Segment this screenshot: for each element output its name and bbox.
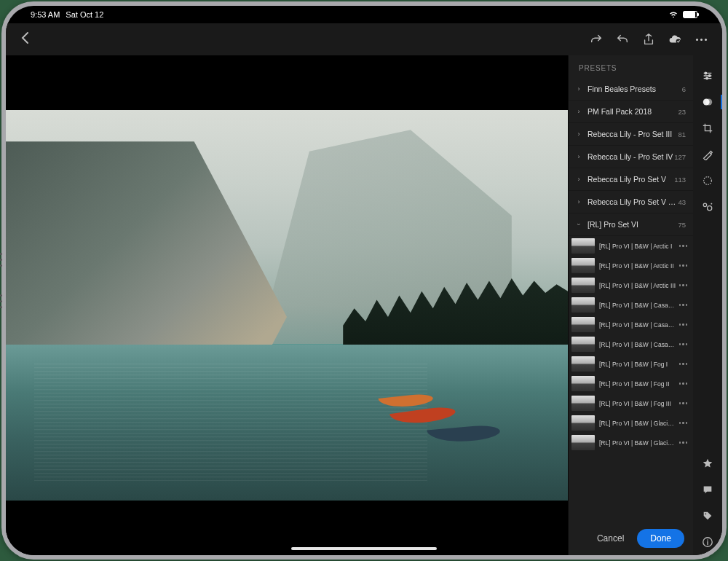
svg-point-8 — [708, 206, 712, 211]
group-count: 23 — [678, 108, 686, 116]
preset-item[interactable]: [RL] Pro VI | B&W | Casabl… — [569, 334, 693, 354]
group-count: 43 — [678, 198, 686, 206]
group-name: Rebecca Lily Pro Set V — [583, 175, 674, 184]
preset-name: [RL] Pro VI | B&W | Arctic III — [595, 282, 679, 289]
preset-more-icon[interactable] — [679, 245, 689, 247]
status-time: 9:53 AM — [31, 10, 60, 19]
preset-more-icon[interactable] — [679, 402, 689, 404]
panel-title: PRESETS — [569, 55, 693, 78]
back-button[interactable] — [20, 31, 29, 47]
preset-group-rl-pro-set-3[interactable]: › Rebecca Lily - Pro Set III 81 — [569, 123, 693, 146]
home-indicator[interactable] — [291, 547, 437, 550]
edit-sliders-tool[interactable] — [693, 63, 722, 89]
preset-group-rl-pro-set-5[interactable]: › Rebecca Lily Pro Set V 113 — [569, 168, 693, 191]
group-name: [RL] Pro Set VI — [583, 220, 678, 229]
preset-item[interactable]: [RL] Pro VI | B&W | Fog III — [569, 393, 693, 413]
preset-thumbnail — [571, 376, 595, 391]
group-count: 81 — [678, 130, 686, 138]
preset-item[interactable]: [RL] Pro VI | B&W | Fog II — [569, 374, 693, 393]
svg-point-6 — [704, 177, 712, 185]
svg-point-2 — [708, 75, 711, 77]
comments-tool[interactable] — [693, 476, 722, 503]
preset-group-rl-pro-set-4[interactable]: › Rebecca Lily - Pro Set IV 127 — [569, 146, 693, 168]
edited-photo — [6, 110, 568, 500]
done-button[interactable]: Done — [637, 529, 684, 548]
preset-item[interactable]: [RL] Pro VI | B&W | Arctic III — [569, 275, 693, 295]
keywords-tool[interactable] — [693, 503, 722, 529]
ipad-device-frame: 9:53 AM Sat Oct 12 — [1, 1, 727, 560]
preset-name: [RL] Pro VI | B&W | Casabl… — [595, 341, 679, 348]
preset-more-icon[interactable] — [679, 343, 689, 345]
preset-item[interactable]: [RL] Pro VI | B&W | Fog I — [569, 354, 693, 374]
masking-tool[interactable] — [693, 168, 722, 194]
screen: 9:53 AM Sat Oct 12 — [6, 6, 722, 555]
svg-point-5 — [705, 99, 712, 106]
chevron-right-icon: › — [574, 108, 583, 115]
preset-more-icon[interactable] — [679, 442, 689, 444]
healing-brush-tool[interactable] — [693, 141, 722, 168]
preset-more-icon[interactable] — [679, 264, 689, 267]
crop-tool[interactable] — [693, 115, 722, 141]
svg-point-1 — [705, 72, 707, 74]
cloud-sync-icon[interactable] — [668, 33, 681, 46]
preset-item[interactable]: [RL] Pro VI | B&W | Glacier II — [569, 433, 693, 452]
preset-item[interactable]: [RL] Pro VI | B&W | Casabl… — [569, 295, 693, 315]
chevron-right-icon: › — [574, 153, 583, 160]
preset-group-pm-fall-pack[interactable]: › PM Fall Pack 2018 23 — [569, 101, 693, 123]
info-tool[interactable] — [693, 529, 722, 555]
selective-edit-tool[interactable] — [693, 194, 722, 220]
preset-thumbnail — [571, 297, 595, 313]
preset-more-icon[interactable] — [679, 363, 689, 365]
preset-more-icon[interactable] — [679, 304, 689, 306]
group-name: Rebecca Lily - Pro Set IV — [583, 152, 674, 161]
main-area: PRESETS › Finn Beales Presets 6 › PM Fal… — [6, 55, 722, 555]
preset-thumbnail — [571, 238, 595, 254]
preset-name: [RL] Pro VI | B&W | Casabl… — [595, 302, 679, 309]
chevron-down-icon: › — [575, 220, 582, 229]
preset-name: [RL] Pro VI | B&W | Fog III — [595, 400, 679, 407]
preset-thumbnail — [571, 435, 595, 450]
preset-more-icon[interactable] — [679, 422, 689, 424]
panel-footer: Cancel Done — [569, 522, 693, 555]
preset-name: [RL] Pro VI | B&W | Arctic I — [595, 243, 679, 250]
presets-tool[interactable] — [693, 89, 722, 115]
preset-item[interactable]: [RL] Pro VI | B&W | Casabl… — [569, 315, 693, 334]
preset-more-icon[interactable] — [679, 284, 689, 286]
battery-icon — [683, 11, 697, 18]
chevron-right-icon: › — [574, 130, 583, 138]
preset-item[interactable]: [RL] Pro VI | B&W | Arctic I — [569, 236, 693, 256]
more-button[interactable] — [695, 33, 708, 46]
preset-thumbnail — [571, 258, 595, 273]
preset-group-finn-beales[interactable]: › Finn Beales Presets 6 — [569, 78, 693, 101]
preset-name: [RL] Pro VI | B&W | Glacier I — [595, 420, 679, 427]
wifi-icon — [668, 10, 678, 19]
cancel-button[interactable]: Cancel — [591, 529, 630, 548]
undo-button[interactable] — [616, 33, 629, 46]
lightroom-app: PRESETS › Finn Beales Presets 6 › PM Fal… — [6, 23, 722, 555]
rate-star-tool[interactable] — [693, 450, 722, 476]
chevron-right-icon: › — [574, 176, 583, 183]
preset-item[interactable]: [RL] Pro VI | B&W | Arctic II — [569, 256, 693, 275]
preset-group-rl-pro-set-6[interactable]: › [RL] Pro Set VI 75 — [569, 213, 693, 236]
preset-group-rl-pro-set-5-tools[interactable]: › Rebecca Lily Pro Set V Tools 43 — [569, 191, 693, 213]
share-button[interactable] — [642, 33, 655, 46]
group-count: 6 — [682, 85, 686, 93]
svg-point-3 — [706, 77, 708, 79]
preset-thumbnail — [571, 396, 595, 411]
preset-more-icon[interactable] — [679, 382, 689, 385]
photo-viewport[interactable] — [6, 55, 568, 555]
presets-panel: PRESETS › Finn Beales Presets 6 › PM Fal… — [568, 55, 693, 555]
preset-list[interactable]: [RL] Pro VI | B&W | Arctic I [RL] Pro VI… — [569, 236, 693, 522]
preset-thumbnail — [571, 337, 595, 352]
right-tool-rail — [693, 55, 722, 555]
top-bar — [6, 23, 722, 55]
group-name: PM Fall Pack 2018 — [583, 107, 678, 116]
preset-item[interactable]: [RL] Pro VI | B&W | Glacier I — [569, 413, 693, 433]
redo-button[interactable] — [590, 33, 603, 46]
preset-more-icon[interactable] — [679, 323, 689, 326]
group-name: Rebecca Lily Pro Set V Tools — [583, 197, 678, 206]
status-bar: 9:53 AM Sat Oct 12 — [6, 6, 722, 23]
speaker-holes — [0, 253, 2, 308]
svg-point-9 — [705, 513, 706, 514]
chevron-right-icon: › — [574, 198, 583, 205]
